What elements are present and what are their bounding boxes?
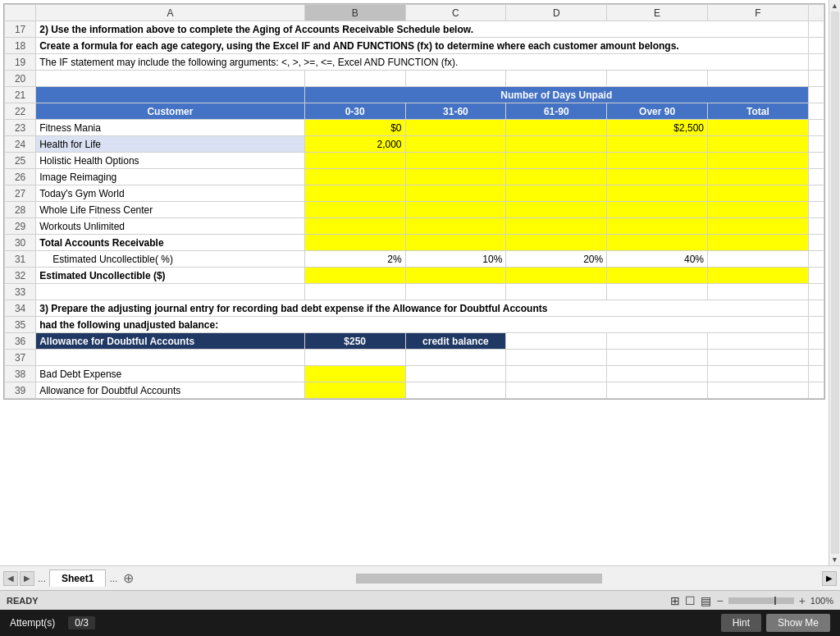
row-num-27: 27 (5, 185, 36, 202)
row-33-d (506, 284, 607, 300)
row-38-a: Bad Debt Expense (36, 366, 305, 382)
row-23-c[interactable] (405, 120, 506, 136)
table-row: 17 2) Use the information above to compl… (5, 21, 824, 38)
row-24-e[interactable] (607, 136, 708, 153)
row-21-a (36, 87, 305, 103)
row-32-e[interactable] (607, 268, 708, 284)
row-26-c[interactable] (405, 169, 506, 185)
row-30-b[interactable] (304, 235, 405, 251)
scroll-right-arrow[interactable]: ▶ (822, 571, 837, 586)
sheet-scroll[interactable]: A B C D E F 17 2) Use the information ab… (0, 0, 829, 565)
row-29-e[interactable] (607, 218, 708, 235)
row-30-a: Total Accounts Receivable (36, 235, 305, 251)
row-20-f (707, 71, 808, 87)
table-row: 32 Estimated Uncollectible ($) (5, 268, 824, 284)
tab-ellipsis-right: ... (107, 573, 119, 584)
row-37-d (506, 350, 607, 366)
row-23-b[interactable]: $0 (304, 120, 405, 136)
row-37-scroll (808, 350, 824, 366)
row-27-f[interactable] (707, 185, 808, 202)
scroll-up-arrow[interactable]: ▲ (831, 2, 838, 10)
tab-sheet1[interactable]: Sheet1 (49, 570, 106, 587)
row-32-d[interactable] (506, 268, 607, 284)
row-28-e[interactable] (607, 202, 708, 218)
spreadsheet-area: A B C D E F 17 2) Use the information ab… (0, 0, 840, 565)
row-24-b[interactable]: 2,000 (304, 136, 405, 153)
zoom-in-button[interactable]: + (799, 594, 806, 607)
table-row: 33 (5, 284, 824, 300)
row-23-f[interactable] (707, 120, 808, 136)
row-23-e[interactable]: $2,500 (607, 120, 708, 136)
row-24-d[interactable] (506, 136, 607, 153)
row-27-e[interactable] (607, 185, 708, 202)
tab-add-button[interactable]: ⊕ (121, 571, 135, 586)
row-27-c[interactable] (405, 185, 506, 202)
row-25-d[interactable] (506, 153, 607, 169)
row-32-f[interactable] (707, 268, 808, 284)
scroll-down-arrow[interactable]: ▼ (831, 556, 838, 564)
page-break-icon[interactable]: ▤ (701, 594, 711, 607)
row-28-d[interactable] (506, 202, 607, 218)
row-num-37: 37 (5, 350, 36, 366)
row-23-d[interactable] (506, 120, 607, 136)
row-27-b[interactable] (304, 185, 405, 202)
scrollbar-thumb[interactable] (357, 574, 601, 583)
grid-view-icon[interactable]: ⊞ (670, 594, 680, 607)
row-32-b[interactable] (304, 268, 405, 284)
row-33-c (405, 284, 506, 300)
show-me-button[interactable]: Show Me (766, 614, 830, 632)
col-header-c: C (405, 5, 506, 21)
row-29-a: Workouts Unlimited (36, 218, 305, 235)
row-25-b[interactable] (304, 153, 405, 169)
row-39-b[interactable] (304, 382, 405, 399)
row-27-d[interactable] (506, 185, 607, 202)
row-31-e: 40% (607, 251, 708, 268)
table-row: 38 Bad Debt Expense (5, 366, 824, 382)
row-26-d[interactable] (506, 169, 607, 185)
page-view-icon[interactable]: ☐ (685, 594, 696, 607)
row-24-c[interactable] (405, 136, 506, 153)
row-25-c[interactable] (405, 153, 506, 169)
row-21-header: Number of Days Unpaid (304, 87, 808, 103)
row-39-e (607, 382, 708, 399)
row-20-c (405, 71, 506, 87)
row-32-c[interactable] (405, 268, 506, 284)
tab-nav-left[interactable]: ◀ (3, 571, 18, 586)
zoom-out-button[interactable]: − (716, 594, 723, 607)
row-36-b: $250 (304, 333, 405, 350)
table-row: 39 Allowance for Doubtful Accounts (5, 382, 824, 399)
row-30-c[interactable] (405, 235, 506, 251)
row-30-f[interactable] (707, 235, 808, 251)
table-row: 19 The IF statement may include the foll… (5, 54, 824, 71)
row-28-b[interactable] (304, 202, 405, 218)
row-28-c[interactable] (405, 202, 506, 218)
row-29-f[interactable] (707, 218, 808, 235)
row-25-f[interactable] (707, 153, 808, 169)
row-30-d[interactable] (506, 235, 607, 251)
zoom-slider[interactable] (728, 597, 794, 604)
row-37-b (304, 350, 405, 366)
row-26-b[interactable] (304, 169, 405, 185)
row-38-b[interactable] (304, 366, 405, 382)
row-29-b[interactable] (304, 218, 405, 235)
row-29-d[interactable] (506, 218, 607, 235)
row-26-f[interactable] (707, 169, 808, 185)
row-30-e[interactable] (607, 235, 708, 251)
scroll-track[interactable] (831, 11, 839, 554)
hint-button[interactable]: Hint (721, 614, 761, 632)
sheet-table: A B C D E F 17 2) Use the information ab… (4, 4, 824, 399)
right-scrollbar[interactable]: ▲ ▼ (829, 0, 840, 565)
row-28-f[interactable] (707, 202, 808, 218)
row-num-24: 24 (5, 136, 36, 153)
col-header-d: D (506, 5, 607, 21)
col-header-a: A (36, 5, 305, 21)
row-26-e[interactable] (607, 169, 708, 185)
row-num-38: 38 (5, 366, 36, 382)
row-20-a (36, 71, 305, 87)
horizontal-scrollbar[interactable] (356, 574, 602, 583)
row-29-c[interactable] (405, 218, 506, 235)
column-header-row: A B C D E F (5, 5, 824, 21)
row-25-e[interactable] (607, 153, 708, 169)
tab-nav-right[interactable]: ▶ (20, 571, 34, 586)
row-24-f[interactable] (707, 136, 808, 153)
